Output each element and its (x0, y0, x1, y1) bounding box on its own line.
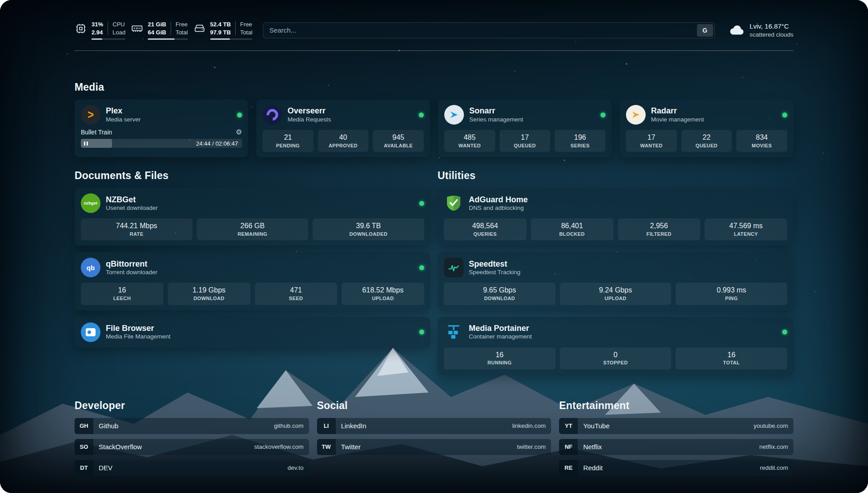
nzbget-icon: nzbget (81, 193, 100, 213)
stat-value: 40 (320, 133, 367, 142)
bookmark-abbr: NF (559, 439, 578, 455)
playback-progress-bar[interactable]: 24:44 / 02:06:47 (81, 139, 242, 148)
stat-label: UPLOAD (562, 295, 670, 302)
app-name: Overseerr (288, 106, 413, 116)
stat: 9.24 Gbps UPLOAD (560, 283, 672, 305)
stat: 40 APPROVED (318, 130, 369, 152)
bookmark-linkedin[interactable]: LI LinkedIn linkedin.com (317, 418, 551, 434)
stat-value: 0.993 ms (677, 286, 785, 295)
app-subtitle: Usenet downloader (106, 205, 414, 212)
search-engine-button[interactable]: G (697, 24, 713, 37)
stat-label: DOWNLOAD (446, 295, 554, 302)
top-bar: 31% 2.94 CPU Load (75, 21, 793, 40)
bookmark-dev[interactable]: DT DEV dev.to (75, 460, 309, 476)
stat: 471 SEED (255, 283, 338, 305)
stat-label: DOWNLOAD (170, 295, 249, 302)
stat-label: WANTED (628, 142, 675, 149)
pause-icon[interactable] (84, 139, 89, 147)
stat-value: 471 (257, 286, 336, 295)
bookmark-youtube[interactable]: YT YouTube youtube.com (559, 418, 793, 434)
app-card-overseerr[interactable]: Overseerr Media Requests 21 PENDING 40 A… (256, 100, 430, 157)
app-card-sonarr[interactable]: Sonarr Series management 485 WANTED 17 Q… (438, 100, 612, 157)
stats-row: 17 WANTED 22 QUEUED 834 MOVIES (626, 130, 787, 152)
app-card-filebrowser[interactable]: File Browser Media File Management (75, 317, 430, 347)
section-title-developer: Developer (75, 400, 309, 412)
app-name: Speedtest (469, 259, 787, 269)
stat: 485 WANTED (444, 130, 495, 152)
bookmark-netflix[interactable]: NF Netflix netflix.com (559, 439, 793, 455)
status-dot (419, 330, 424, 334)
cpu-percent: 31% (92, 21, 103, 29)
bookmark-host: youtube.com (754, 422, 788, 429)
bookmark-host: linkedin.com (512, 422, 546, 429)
app-card-adguard[interactable]: AdGuard Home DNS and adblocking 498,564 … (438, 188, 793, 246)
bookmark-host: netflix.com (759, 443, 788, 450)
stat: 196 SERIES (555, 130, 605, 152)
stat-value: 485 (446, 133, 493, 142)
stat: 945 AVAILABLE (373, 130, 424, 152)
stats-row: 744.21 Mbps RATE 266 GB REMAINING 39.6 T… (81, 218, 424, 240)
app-card-qbittorrent[interactable]: qb qBittorrent Torrent downloader 16 LEE… (75, 252, 430, 310)
app-card-radarr[interactable]: Radarr Movie management 17 WANTED 22 QUE… (620, 100, 793, 157)
app-header: qb qBittorrent Torrent downloader (81, 258, 424, 277)
gear-icon[interactable]: ⚙ (236, 129, 242, 136)
stat-label: SEED (257, 295, 336, 302)
stat: 39.6 TB DOWNLOADED (313, 218, 424, 240)
stat-value: 1.19 Gbps (170, 286, 249, 295)
stats-row: 485 WANTED 17 QUEUED 196 SERIES (444, 130, 605, 152)
weather-widget[interactable]: Lviv, 16.87°C scattered clouds (728, 22, 793, 39)
app-name: AdGuard Home (469, 195, 787, 205)
bookmark-abbr: TW (317, 439, 336, 455)
bookmark-host: dev.to (288, 464, 304, 471)
storage-icon (193, 22, 206, 35)
bookmark-twitter[interactable]: TW Twitter twitter.com (317, 439, 551, 455)
app-card-nzbget[interactable]: nzbget NZBGet Usenet downloader 744.21 M… (75, 188, 430, 246)
stat-label: WANTED (446, 142, 493, 149)
section-entertainment: Entertainment YT YouTube youtube.com NF … (559, 400, 793, 476)
plex-icon: > (81, 105, 100, 125)
bookmark-github[interactable]: GH Github github.com (75, 418, 309, 434)
storage-total: 97.9 TB (210, 29, 231, 37)
section-developer: Developer GH Github github.com SO StackO… (75, 400, 309, 476)
app-card-plex[interactable]: > Plex Media server Bullet Train ⚙ (75, 100, 248, 157)
weather-condition: scattered clouds (750, 31, 793, 39)
app-card-speedtest[interactable]: Speedtest Speedtest Tracking 9.65 Gbps D… (438, 252, 793, 310)
bookmark-abbr: YT (559, 418, 578, 434)
stat: 744.21 Mbps RATE (81, 218, 192, 240)
plex-now-playing: Bullet Train ⚙ 24:44 / 02:06:47 (81, 129, 242, 148)
bookmark-stackoverflow[interactable]: SO StackOverflow stackoverflow.com (75, 439, 309, 455)
section-title-documents: Documents & Files (75, 170, 430, 182)
bookmark-name: StackOverflow (99, 443, 142, 451)
storage-total-label: Total (240, 29, 252, 37)
stats-row: 16 LEECH 1.19 Gbps DOWNLOAD 471 SEED (81, 283, 424, 305)
stat-label: STOPPED (562, 359, 670, 366)
stat: 2,956 FILTERED (618, 218, 701, 240)
memory-progress-track (148, 38, 188, 40)
playback-time: 24:44 / 02:06:47 (196, 140, 238, 147)
stat-value: 39.6 TB (314, 221, 422, 231)
filebrowser-icon (81, 322, 100, 342)
status-dot (601, 113, 605, 117)
app-subtitle: Torrent downloader (106, 269, 414, 276)
stat-label: RUNNING (446, 359, 554, 366)
stat-value: 266 GB (199, 221, 307, 231)
stat-label: REMAINING (199, 231, 307, 238)
stat-value: 618.52 Mbps (343, 286, 422, 295)
cpu-progress-track (92, 38, 125, 40)
app-header: File Browser Media File Management (81, 322, 424, 342)
stats-row: 16 RUNNING 0 STOPPED 16 TOTAL (444, 347, 787, 369)
stat: 17 WANTED (626, 130, 677, 152)
search-bar: G (263, 22, 714, 38)
bookmark-host: reddit.com (760, 464, 788, 471)
search-input[interactable] (265, 26, 697, 34)
app-card-portainer[interactable]: Media Portainer Container management 16 … (438, 317, 793, 375)
overseerr-icon (263, 105, 282, 125)
stats-row: 21 PENDING 40 APPROVED 945 AVAILABLE (263, 130, 424, 152)
status-dot (237, 113, 242, 117)
stat-value: 16 (446, 351, 554, 360)
app-name: Plex (106, 106, 232, 116)
stat: 498,564 QUERIES (444, 218, 526, 240)
bookmark-reddit[interactable]: RE Reddit reddit.com (559, 460, 793, 476)
app-name: File Browser (106, 323, 414, 334)
storage-progress-fill (210, 38, 230, 40)
